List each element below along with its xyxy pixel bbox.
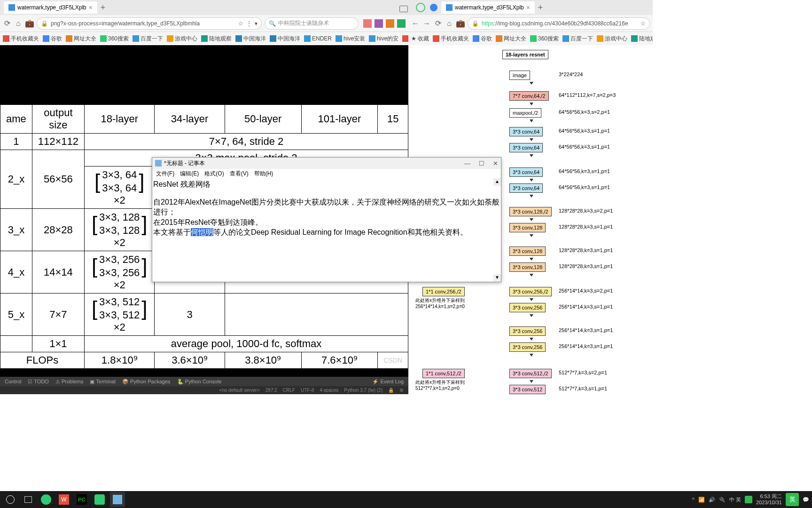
status-item[interactable]: <no default server> (219, 388, 260, 393)
start-button[interactable] (3, 492, 18, 507)
scroll-down-icon[interactable]: ▼ (493, 274, 501, 282)
cell: 14×14 (32, 251, 84, 294)
browser-tab[interactable]: watermark,type_d3F5LXplb × (441, 1, 535, 14)
text-area[interactable]: ResNet 残差网络 自2012年AlexNet在ImageNet图片分类比赛… (152, 178, 501, 282)
power-icon[interactable]: 🔌 (719, 497, 726, 503)
close-icon[interactable]: × (526, 4, 530, 11)
browser-logo2-icon[interactable] (430, 4, 437, 11)
menu-edit[interactable]: 编辑(E) (180, 170, 199, 178)
status-item[interactable]: 287:2 (265, 388, 277, 393)
bookmark-item[interactable]: ★收藏 (411, 35, 429, 43)
app-wps-icon[interactable]: W (56, 492, 71, 507)
bookmark-item[interactable]: hive安装 (336, 35, 365, 43)
forward-icon[interactable]: → (422, 19, 431, 28)
app-wechat-icon[interactable] (92, 492, 107, 507)
lock-icon[interactable]: 🔒 (388, 388, 394, 393)
ide-item[interactable]: ▣ Terminal (90, 379, 115, 385)
url-input[interactable]: 🔒 png?x-oss-process=image/watermark,type… (37, 17, 262, 30)
maximize-icon[interactable]: ☐ (479, 160, 484, 167)
wifi-icon[interactable]: 📶 (698, 497, 705, 503)
bookmark-item[interactable]: 百度一下 (562, 35, 593, 43)
bookmark-item[interactable]: 中国海洋 (235, 35, 266, 43)
search-icon: 🔍 (269, 20, 276, 27)
menu-help[interactable]: 帮助(H) (254, 170, 273, 178)
new-tab-button[interactable]: + (535, 3, 546, 13)
minimize-icon[interactable]: — (464, 160, 470, 167)
ime-indicator[interactable]: 中 英 (729, 496, 741, 503)
cell: 3.8×10⁹ (225, 352, 301, 369)
volume-icon[interactable]: 🔊 (709, 497, 715, 503)
bookmark-item[interactable]: 中国海洋 (270, 35, 300, 43)
bookmark-item[interactable]: 陆地观察 (201, 35, 232, 43)
new-tab-button[interactable]: + (97, 3, 109, 13)
browser-tab[interactable]: watermark,type_d3F5LXplb × (4, 1, 97, 14)
bookmark-item[interactable]: 谷歌 (43, 35, 62, 43)
status-item[interactable]: 4 spaces (320, 388, 338, 393)
briefcase-icon[interactable]: 💼 (456, 19, 465, 28)
bookmark-item[interactable]: 网址大全 (66, 35, 96, 43)
bookmark-item[interactable]: 游戏中心 (597, 35, 627, 43)
reload-icon[interactable]: ⟳ (3, 19, 11, 28)
bookmark-item[interactable]: 游戏中心 (167, 35, 197, 43)
briefcase-icon[interactable]: 💼 (25, 19, 34, 28)
close-icon[interactable]: ✕ (493, 160, 498, 167)
bookmark-item[interactable]: 手机收藏夹 (433, 35, 469, 43)
ide-item[interactable]: 📦 Python Packages (122, 379, 171, 385)
gear-icon[interactable]: ⚙ (399, 388, 404, 393)
window-title: *无标题 - 记事本 (164, 159, 205, 167)
bookmark-item[interactable]: 360搜索 (100, 35, 129, 43)
menu-view[interactable]: 查看(V) (230, 170, 249, 178)
bookmark-item[interactable]: 网址大全 (496, 35, 526, 43)
clock[interactable]: 6:53 周二 2023/10/31 (756, 493, 782, 505)
ime-button[interactable]: 英 (786, 493, 799, 506)
bookmark-item[interactable]: 手机收藏夹 (3, 35, 39, 43)
star-icon[interactable]: ☆ (238, 20, 243, 27)
task-view-icon[interactable] (21, 492, 36, 507)
dropdown-icon[interactable]: ▾ (255, 20, 258, 27)
ide-event-log[interactable]: ⚡ Event Log (372, 379, 404, 385)
bookmark-item[interactable]: ENDER (304, 35, 332, 42)
bookmark-item[interactable]: hive的安 (369, 35, 398, 43)
status-item[interactable]: CRLF (283, 388, 295, 393)
menu-format[interactable]: 格式(O) (204, 170, 224, 178)
system-tray: ^ 📶 🔊 🔌 中 英 6:53 周二 2023/10/31 英 💬 (692, 493, 809, 506)
url-input[interactable]: 🔒 httpshttps://img-blog.csdnimg.cn/4304e… (468, 17, 650, 30)
bookmark-item[interactable]: 陆地观察 (631, 35, 653, 43)
ext3-icon[interactable] (397, 19, 406, 28)
bookmark-item[interactable]: 谷歌 (473, 35, 492, 43)
ide-item[interactable]: 🐍 Python Console (177, 379, 222, 385)
scroll-up-icon[interactable]: ▲ (493, 178, 501, 186)
star-icon[interactable]: ☆ (640, 20, 646, 27)
home-icon[interactable]: ⌂ (14, 19, 23, 28)
ide-item[interactable]: Control (5, 379, 21, 384)
browser-logo-icon[interactable] (416, 3, 425, 12)
search-input[interactable]: 🔍 中科院院士谈隐身术 (265, 17, 359, 30)
ext1-icon[interactable] (375, 19, 383, 28)
th: 18-layer (85, 105, 155, 134)
app-pycharm-icon[interactable]: PC (74, 492, 89, 507)
chevron-up-icon[interactable]: ^ (692, 497, 695, 502)
back-icon[interactable]: ← (411, 19, 420, 28)
bookmark-item[interactable]: 百度一下 (133, 35, 163, 43)
th: 15 (378, 105, 408, 134)
menu-dots-icon[interactable]: ⋮ (246, 20, 252, 27)
ext2-icon[interactable] (386, 19, 394, 28)
status-item[interactable]: UTF-8 (301, 388, 314, 393)
menu-file[interactable]: 文件(F) (156, 170, 174, 178)
sogou-icon[interactable] (745, 496, 752, 503)
app-notepad-icon[interactable] (110, 492, 125, 507)
ide-item[interactable]: ⚠ Problems (55, 379, 84, 385)
app-browser-icon[interactable] (39, 492, 54, 507)
scissors-icon[interactable] (363, 19, 372, 28)
bookmark-item[interactable]: 360搜索 (530, 35, 559, 43)
home-icon[interactable]: ⌂ (445, 19, 453, 28)
cast-icon[interactable] (399, 6, 408, 12)
close-icon[interactable]: × (89, 4, 93, 11)
ide-item[interactable]: ☑ TODO (28, 379, 48, 385)
search-text: 中科院院士谈隐身术 (278, 19, 329, 27)
bookmark-item[interactable]: 记一次 (402, 35, 408, 43)
notification-icon[interactable]: 💬 (803, 497, 809, 503)
reload-icon[interactable]: ⟳ (434, 19, 442, 28)
title-bar[interactable]: *无标题 - 记事本 — ☐ ✕ (152, 158, 501, 169)
status-item[interactable]: Python 3.7 (lw) (2) (344, 388, 383, 393)
